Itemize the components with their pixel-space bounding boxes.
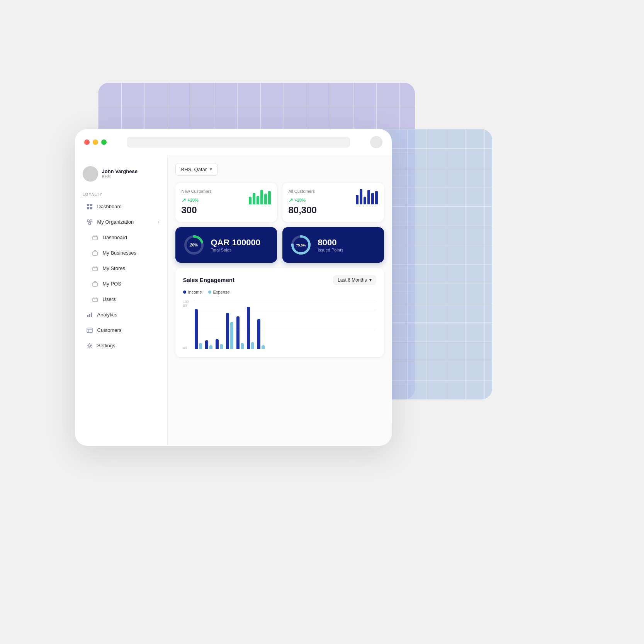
user-org: BHS (102, 174, 138, 179)
new-customers-title: New Customers (182, 189, 212, 194)
y-label-100: 100 (183, 300, 194, 304)
sidebar: John Varghese BHS LOYALTY (75, 155, 168, 446)
new-customers-chart (249, 189, 271, 204)
total-sales-value: QAR 100000 (211, 238, 260, 248)
settings-icon (86, 342, 93, 350)
dark-cards-row: 20% QAR 100000 Total Sales (175, 227, 384, 263)
svg-rect-3 (90, 207, 92, 209)
sidebar-item-dashboard[interactable]: Dashboard (78, 199, 164, 214)
sidebar-item-analytics[interactable]: Analytics (78, 307, 164, 323)
app-card: John Varghese BHS LOYALTY (75, 129, 392, 446)
all-customers-value: 80,300 (289, 205, 317, 216)
sidebar-item-my-businesses-label: My Businesses (103, 250, 136, 256)
sidebar-item-my-organization-label: My Organization (97, 219, 134, 225)
maximize-dot[interactable] (101, 139, 107, 145)
sidebar-item-users-label: Users (103, 296, 116, 302)
svg-point-18 (88, 345, 90, 347)
bar-income-1 (195, 309, 198, 349)
svg-text:20%: 20% (190, 243, 197, 247)
avatar (83, 166, 98, 182)
bar-expense-3 (220, 344, 223, 349)
dashboard-icon (86, 203, 93, 211)
sidebar-sub-dashboard-label: Dashboard (103, 234, 127, 240)
svg-rect-0 (87, 204, 89, 206)
bar-expense-2 (209, 345, 212, 349)
sidebar-item-my-stores[interactable]: My Stores (78, 261, 164, 276)
store-icon-2 (91, 249, 99, 257)
bar-expense-1 (199, 343, 202, 349)
bar-income-7 (257, 319, 260, 349)
new-customers-value: 300 (182, 205, 212, 216)
period-chevron-icon: ▾ (369, 277, 372, 283)
y-label-40: 40 (183, 346, 194, 350)
svg-rect-9 (93, 267, 97, 271)
bar-chart: 100 80 40 (183, 300, 376, 350)
store-icon-3 (91, 265, 99, 272)
engagement-title: Sales Engagement (183, 277, 234, 283)
sidebar-item-dashboard-label: Dashboard (97, 204, 122, 209)
location-selector[interactable]: BHS, Qatar ▾ (175, 163, 218, 176)
user-name: John Varghese (102, 168, 138, 174)
close-dot[interactable] (84, 139, 90, 145)
new-customers-badge: ↗ +20% (182, 197, 199, 203)
sidebar-item-settings[interactable]: Settings (78, 338, 164, 353)
user-info: John Varghese BHS (102, 168, 138, 179)
all-customers-badge: ↗ +20% (289, 197, 306, 203)
minimize-dot[interactable] (93, 139, 98, 145)
analytics-icon (86, 311, 93, 319)
svg-text:75.5%: 75.5% (296, 243, 306, 247)
org-icon (86, 218, 93, 226)
bar-income-5 (236, 316, 240, 349)
title-button[interactable] (370, 136, 382, 148)
bar-group-4 (226, 313, 233, 349)
period-label: Last 6 Months (338, 277, 367, 283)
total-sales-label: Total Sales (211, 248, 260, 252)
svg-rect-1 (90, 204, 92, 206)
sidebar-item-my-businesses[interactable]: My Businesses (78, 245, 164, 261)
engagement-card: Sales Engagement Last 6 Months ▾ Income (175, 268, 384, 357)
bar-expense-6 (251, 342, 254, 349)
issued-points-info: 8000 Issued Points (318, 238, 343, 252)
total-sales-donut: 20% (183, 234, 205, 256)
stat-card-new-customers: New Customers ↗ +20% 300 (175, 183, 277, 222)
traffic-lights (84, 139, 107, 145)
svg-rect-15 (87, 328, 92, 333)
bar-group-1 (195, 309, 202, 349)
sidebar-item-sub-dashboard[interactable]: Dashboard (78, 230, 164, 245)
sidebar-item-customers[interactable]: Customers (78, 323, 164, 338)
sidebar-item-my-pos[interactable]: My POS (78, 276, 164, 292)
stats-row: New Customers ↗ +20% 300 (175, 183, 384, 222)
issued-points-value: 8000 (318, 238, 343, 248)
location-text: BHS, Qatar (181, 167, 207, 172)
engagement-header: Sales Engagement Last 6 Months ▾ (183, 275, 376, 285)
sidebar-item-users[interactable]: Users (78, 292, 164, 307)
svg-rect-8 (93, 252, 97, 255)
section-label: LOYALTY (75, 189, 167, 199)
legend-income: Income (183, 290, 202, 294)
bar-income-4 (226, 313, 229, 349)
chevron-down-icon: ▾ (210, 167, 212, 172)
svg-rect-6 (88, 223, 90, 224)
svg-rect-7 (93, 236, 97, 240)
bar-income-6 (247, 307, 250, 349)
bar-group-2 (205, 340, 212, 349)
svg-rect-12 (87, 315, 88, 317)
app-body: John Varghese BHS LOYALTY (75, 155, 392, 446)
search-bar[interactable] (127, 137, 350, 148)
svg-rect-5 (90, 220, 92, 222)
svg-rect-11 (93, 298, 97, 302)
y-label-80: 80 (183, 304, 194, 308)
svg-rect-2 (87, 207, 89, 209)
sidebar-item-analytics-label: Analytics (97, 312, 117, 318)
store-icon-4 (91, 280, 99, 288)
period-selector[interactable]: Last 6 Months ▾ (333, 275, 376, 285)
bar-group-5 (236, 316, 244, 349)
sidebar-item-my-organization[interactable]: My Organization › (78, 214, 164, 230)
svg-rect-4 (87, 220, 89, 222)
income-dot (183, 291, 186, 294)
main-content: BHS, Qatar ▾ New Customers ↗ +20% (168, 155, 392, 446)
bar-expense-5 (241, 343, 244, 349)
bar-income-2 (205, 340, 208, 349)
expense-label: Expense (213, 290, 230, 294)
sidebar-item-my-pos-label: My POS (103, 281, 121, 287)
